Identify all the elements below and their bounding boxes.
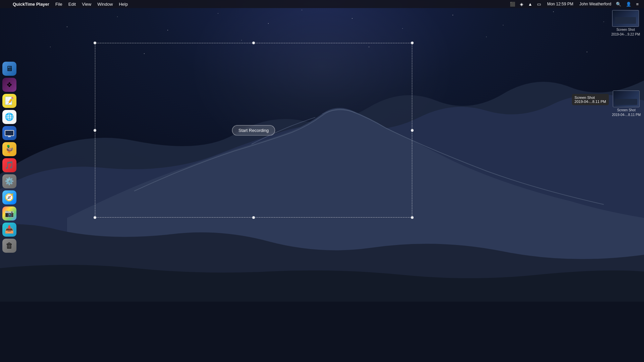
menu-help[interactable]: Help bbox=[116, 1, 130, 7]
safari-icon: 🧭 bbox=[5, 193, 14, 202]
screenshot-thumb-label-1: Screen Shot bbox=[616, 28, 635, 32]
app-name[interactable]: QuickTime Player bbox=[10, 1, 52, 7]
screenshot-thumb-date-2: 2019-04-...8.11 PM bbox=[612, 113, 641, 117]
username-display[interactable]: John Weatherford bbox=[578, 1, 612, 7]
dock-item-image-capture[interactable]: 📷 bbox=[2, 206, 16, 221]
dock-item-music[interactable]: 🎵 bbox=[2, 158, 16, 172]
dock-item-downloads[interactable]: 📥 bbox=[2, 223, 16, 237]
svg-point-3 bbox=[117, 16, 118, 17]
handle-bottom-left[interactable] bbox=[94, 216, 96, 219]
menu-edit[interactable]: Edit bbox=[66, 1, 78, 7]
handle-middle-left[interactable] bbox=[94, 129, 96, 132]
svg-point-10 bbox=[452, 15, 453, 15]
dock-item-finder[interactable]: 🖥 bbox=[2, 62, 16, 76]
svg-point-7 bbox=[302, 10, 302, 10]
wifi-icon[interactable]: ▲ bbox=[527, 1, 534, 7]
handle-bottom-middle[interactable] bbox=[252, 216, 255, 219]
dock-item-system-preferences[interactable]: ⚙️ bbox=[2, 174, 16, 188]
handle-middle-right[interactable] bbox=[411, 129, 414, 132]
chrome-icon: 🌐 bbox=[5, 113, 14, 121]
dock-item-slack[interactable]: ❖ bbox=[2, 78, 16, 92]
dock-item-trash[interactable]: 🗑 bbox=[2, 239, 16, 253]
svg-point-9 bbox=[402, 28, 403, 29]
screen-record-icon bbox=[5, 130, 14, 136]
screenshot-thumb-2[interactable]: Screen Shot 2019-04-...8.11 PM Screen Sh… bbox=[612, 90, 641, 117]
dock-item-safari[interactable]: 🧭 bbox=[2, 190, 16, 204]
screenshot-thumb-date-1: 2019-04-...9.22 PM bbox=[611, 33, 640, 36]
notes-icon: 📝 bbox=[5, 97, 14, 105]
handle-top-left[interactable] bbox=[94, 42, 96, 44]
tooltip-date: 2019-04-...8.11 PM bbox=[575, 100, 606, 104]
search-menubar-icon[interactable]: 🔍 bbox=[614, 1, 623, 7]
slack-icon: ❖ bbox=[6, 81, 12, 89]
dock: 🖥 ❖ 📝 🌐 🦆 🎵 ⚙️ 🧭 📷 📥 🗑 bbox=[0, 8, 18, 362]
svg-point-16 bbox=[241, 40, 242, 41]
control-center-icon[interactable]: ≡ bbox=[635, 1, 640, 7]
screenshot-thumb-image-1 bbox=[612, 10, 639, 27]
svg-point-12 bbox=[553, 11, 554, 12]
menu-file[interactable]: File bbox=[53, 1, 65, 7]
airplay-icon[interactable]: ▭ bbox=[536, 1, 542, 7]
svg-point-5 bbox=[218, 13, 218, 14]
image-capture-icon: 📷 bbox=[5, 209, 14, 218]
screenshot-thumb-1[interactable]: Screen Shot 2019-04-...9.22 PM bbox=[611, 10, 640, 36]
screenshot-tooltip: Screen Shot 2019-04-...8.11 PM bbox=[572, 94, 609, 105]
svg-point-4 bbox=[167, 30, 168, 31]
user-profile-icon[interactable]: 👤 bbox=[625, 1, 633, 7]
finder-icon: 🖥 bbox=[6, 64, 13, 73]
datetime-display: Mon 12:59 PM bbox=[544, 1, 576, 7]
menu-bar-right: ⬛ ◈ ▲ ▭ Mon 12:59 PM John Weatherford 🔍 … bbox=[508, 1, 644, 7]
handle-top-right[interactable] bbox=[411, 42, 414, 44]
svg-point-19 bbox=[587, 52, 587, 52]
trash-icon: 🗑 bbox=[6, 241, 13, 250]
start-recording-button[interactable]: Start Recording bbox=[232, 125, 275, 135]
svg-rect-20 bbox=[0, 302, 644, 362]
handle-bottom-right[interactable] bbox=[411, 216, 414, 219]
svg-point-11 bbox=[503, 25, 503, 25]
svg-point-8 bbox=[352, 18, 353, 19]
battery-status-icon: ⬛ bbox=[508, 1, 517, 7]
svg-point-13 bbox=[603, 21, 604, 22]
dock-item-notes[interactable]: 📝 bbox=[2, 94, 16, 108]
menu-window[interactable]: Window bbox=[95, 1, 115, 7]
svg-point-14 bbox=[50, 47, 51, 47]
music-icon: 🎵 bbox=[5, 161, 14, 170]
downloads-icon: 📥 bbox=[5, 225, 14, 234]
menu-bar-left: QuickTime Player File Edit View Window H… bbox=[0, 1, 130, 7]
dock-item-chrome[interactable]: 🌐 bbox=[2, 110, 16, 124]
menu-view[interactable]: View bbox=[79, 1, 94, 7]
dropbox-icon[interactable]: ◈ bbox=[519, 1, 525, 7]
cyberduck-icon: 🦆 bbox=[5, 145, 14, 154]
dock-item-cyberduck[interactable]: 🦆 bbox=[2, 142, 16, 156]
apple-menu[interactable] bbox=[3, 3, 9, 5]
svg-point-18 bbox=[486, 37, 487, 37]
selection-area[interactable]: Start Recording bbox=[95, 43, 412, 218]
system-preferences-icon: ⚙️ bbox=[5, 177, 14, 186]
tooltip-title: Screen Shot bbox=[575, 96, 606, 100]
handle-top-middle[interactable] bbox=[252, 42, 255, 44]
dock-item-screen[interactable] bbox=[2, 126, 16, 140]
svg-point-2 bbox=[67, 26, 67, 27]
screenshot-thumb-label-2: Screen Shot bbox=[617, 108, 636, 112]
screenshot-thumb-image-2 bbox=[613, 90, 640, 107]
menu-bar: QuickTime Player File Edit View Window H… bbox=[0, 0, 644, 8]
svg-point-6 bbox=[268, 23, 269, 24]
